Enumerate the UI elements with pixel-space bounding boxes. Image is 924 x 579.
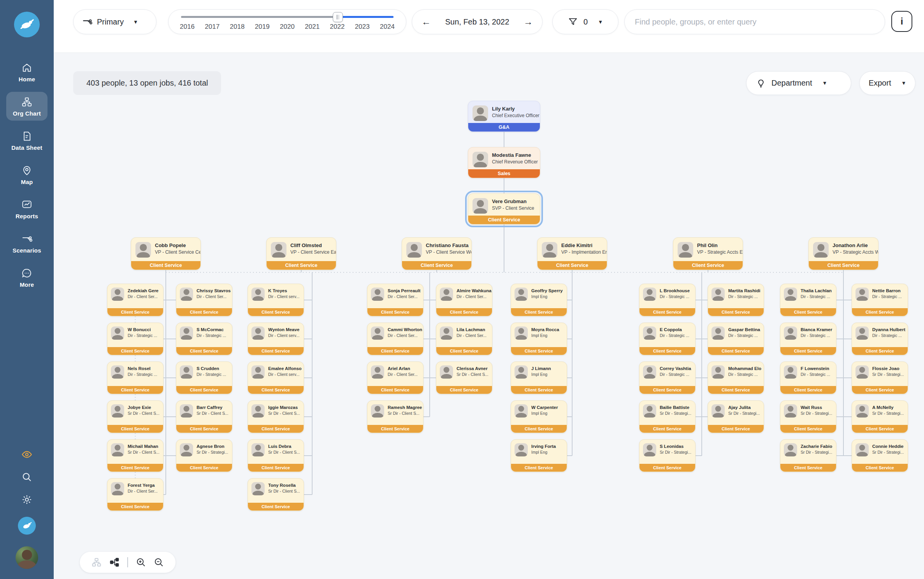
org-node-card[interactable]: S CruddenDir - Strategic ...Client Servi… <box>176 361 232 394</box>
org-node-card[interactable]: Ajay JulitaSr Dir - Strategi...Client Se… <box>708 400 764 433</box>
org-node-card[interactable]: Correy VashtiaDir - Strategic ...Client … <box>639 361 696 394</box>
org-node-body: Barr CaffreySr Dir - Client S... <box>176 401 232 425</box>
org-node-body: Wait RussSr Dir - Strategi... <box>780 401 836 425</box>
sidebar-item-reports[interactable]: Reports <box>6 195 47 223</box>
sidebar-item-org-chart[interactable]: Org Chart <box>6 92 47 121</box>
person-avatar <box>784 443 797 456</box>
org-node-card[interactable]: Thalia LachlanDir - Strategic ...Client … <box>780 284 836 316</box>
org-node-card[interactable]: Lila LachmanDir - Client Ser...Client Se… <box>436 323 492 355</box>
sidebar-item-home[interactable]: Home <box>6 58 47 86</box>
org-node-card[interactable]: Wynton MeaveDir - Client serv...Client S… <box>248 323 304 355</box>
info-button[interactable]: i <box>891 11 912 32</box>
filter-dropdown[interactable]: 0 ▼ <box>552 9 618 34</box>
org-node-card[interactable]: Flossie JoaoSr Dir - Strategi...Client S… <box>852 361 908 394</box>
org-node-card[interactable]: A McNellySr Dir - Strategi...Client Serv… <box>852 400 908 433</box>
org-node-card[interactable]: E CoppolaDir - Strategic ...Client Servi… <box>639 323 696 355</box>
zoom-out-icon[interactable] <box>154 557 164 567</box>
org-node-card[interactable]: Almire WahkunaDir - Client Ser...Client … <box>436 284 492 316</box>
org-node-card[interactable]: Jonathon ArlieVP - Strategic Accts WestC… <box>808 237 878 270</box>
org-node-card[interactable]: Forest YergaDir - Client Ser...Client Se… <box>107 478 163 511</box>
sidebar-item-more[interactable]: More <box>6 263 47 292</box>
org-node-card[interactable]: Iggie MarozasSr Dir - Client S...Client … <box>248 400 304 433</box>
org-node-body: Irving FortaImpl Eng <box>511 440 567 464</box>
org-node-card[interactable]: Moyra RoccaImpl EngClient Service <box>511 323 567 355</box>
org-node-card[interactable]: Clerissa AvnerSr Dir - Client S...Client… <box>436 361 492 394</box>
person-name: Chrissy Stavros <box>197 288 231 294</box>
eye-icon[interactable] <box>21 449 32 460</box>
org-node-card[interactable]: Christiano FaustaVP - Client Service Wes… <box>402 237 472 270</box>
search-input[interactable] <box>635 18 875 26</box>
org-chart-canvas[interactable]: 403 people, 13 open jobs, 416 total Depa… <box>54 53 924 579</box>
person-title: Dir - Client Ser... <box>128 294 158 299</box>
user-avatar[interactable] <box>16 546 38 569</box>
group-by-dropdown[interactable]: Department ▼ <box>746 71 851 95</box>
org-node-card[interactable]: Phil OlinVP - Strategic Accts EastClient… <box>673 237 743 270</box>
org-node-card[interactable]: Tony RosellaSr Dir - Client S...Client S… <box>248 478 304 511</box>
org-node-card[interactable]: J LimannImpl EngClient Service <box>511 361 567 394</box>
org-node-card[interactable]: Eddie KimitriVP - Implmentation EngClien… <box>537 237 607 270</box>
view-selector-dropdown[interactable]: Primary ▼ <box>73 9 156 34</box>
person-name: S Leonidas <box>660 443 691 449</box>
org-node-card[interactable]: Agnese BronSr Dir - Strategi...Client Se… <box>176 439 232 472</box>
org-node-card[interactable]: Bianca KramerDir - Strategic ...Client S… <box>780 323 836 355</box>
timeline-track-future[interactable] <box>337 16 393 18</box>
department-banner: Client Service <box>367 308 423 316</box>
org-node-card[interactable]: Gaspar BettinaDir - Strategic ...Client … <box>708 323 764 355</box>
org-node-card[interactable]: Vere GrubmanSVP - Client ServiceClient S… <box>468 193 540 225</box>
next-date-arrow-icon[interactable]: → <box>523 17 533 26</box>
horizontal-tree-layout-icon[interactable] <box>109 557 119 567</box>
person-name: J Limann <box>531 365 551 372</box>
timeline-handle[interactable] <box>333 12 343 22</box>
org-node-card[interactable]: Modestia FawneChief Revenue OfficerSales <box>468 147 540 178</box>
org-node-card[interactable]: Ariel ArlanDir - Client Ser...Client Ser… <box>367 361 423 394</box>
org-node-card[interactable]: W CarpenterImpl EngClient Service <box>511 400 567 433</box>
org-node-card[interactable]: Martita RashidiDir - Strategic ...Client… <box>708 284 764 316</box>
org-node-card[interactable]: S McCormacDir - Strategic ...Client Serv… <box>176 323 232 355</box>
org-node-card[interactable]: W BonucciDir - Strategic ...Client Servi… <box>107 323 163 355</box>
org-node-card[interactable]: S LeonidasSr Dir - Strategi...Client Ser… <box>639 439 696 472</box>
org-node-card[interactable]: Chrissy StavrosDir - Client Ser...Client… <box>176 284 232 316</box>
org-node-card[interactable]: Mohammad EloDir - Strategic ...Client Se… <box>708 361 764 394</box>
org-node-card[interactable]: K TroyesDir - Client serv...Client Servi… <box>248 284 304 316</box>
org-node-card[interactable]: Zedekiah GereDir - Client Ser...Client S… <box>107 284 163 316</box>
org-node-card[interactable]: Geoffry SperryImpl EngClient Service <box>511 284 567 316</box>
org-node-card[interactable]: Nettie BarronDir - Strategic ...Client S… <box>852 284 908 316</box>
department-banner: G&A <box>468 123 540 132</box>
org-node-card[interactable]: Lily KarlyChief Executive OfficerG&A <box>468 101 540 132</box>
sidebar-item-data-sheet[interactable]: Data Sheet <box>6 126 47 155</box>
sidebar-item-map[interactable]: Map <box>6 160 47 189</box>
search-icon[interactable] <box>21 472 32 482</box>
org-node-card[interactable]: L BrookhouseDir - Strategic ...Client Se… <box>639 284 696 316</box>
sidebar-item-scenarios[interactable]: Scenarios <box>6 229 47 258</box>
org-node-card[interactable]: Jobye ExieSr Dir - Client S...Client Ser… <box>107 400 163 433</box>
settings-gear-icon[interactable] <box>21 494 32 505</box>
person-name: Ramesh Magree <box>388 404 422 411</box>
org-node-body: Ajay JulitaSr Dir - Strategi... <box>708 401 764 425</box>
org-node-card[interactable]: Sonja PerreaultDir - Client Ser...Client… <box>367 284 423 316</box>
charthop-logo[interactable] <box>14 12 40 37</box>
org-node-card[interactable]: F LowensteinDir - Strategic ...Client Se… <box>780 361 836 394</box>
org-node-card[interactable]: Irving FortaImpl EngClient Service <box>511 439 567 472</box>
org-node-card[interactable]: Cliff OlmstedVP - Client Service EastCli… <box>266 237 336 270</box>
org-node-card[interactable]: Connie HeddieSr Dir - Strategi...Client … <box>852 439 908 472</box>
vertical-tree-layout-icon[interactable] <box>91 557 102 567</box>
prev-date-arrow-icon[interactable]: ← <box>422 17 431 26</box>
org-node-card[interactable]: Emalee AlfonsoDir - Client serv...Client… <box>248 361 304 394</box>
org-node-card[interactable]: Michail MahanSr Dir - Client S...Client … <box>107 439 163 472</box>
org-node-card[interactable]: Ramesh MagreeSr Dir - Client S...Client … <box>367 400 423 433</box>
export-button[interactable]: Export ▼ <box>859 71 915 95</box>
current-date-label: Sun, Feb 13, 2022 <box>445 18 509 26</box>
org-node-card[interactable]: Dyanna HulbertDir - Strategic ...Client … <box>852 323 908 355</box>
zoom-in-icon[interactable] <box>136 557 146 567</box>
org-node-card[interactable]: Zacharie FabioSr Dir - Strategi...Client… <box>780 439 836 472</box>
org-node-card[interactable]: Cobb PopeleVP - Client Service Cen...Cli… <box>131 237 201 270</box>
org-node-card[interactable]: Wait RussSr Dir - Strategi...Client Serv… <box>780 400 836 433</box>
org-node-body: W CarpenterImpl Eng <box>511 401 567 425</box>
org-node-card[interactable]: Luis DebraSr Dir - Client S...Client Ser… <box>248 439 304 472</box>
org-node-card[interactable]: Cammi WhortonDir - Client Ser...Client S… <box>367 323 423 355</box>
charthop-logo-small[interactable] <box>18 517 36 535</box>
org-node-card[interactable]: Nels RoselDir - Strategic ...Client Serv… <box>107 361 163 394</box>
person-title: Sr Dir - Client S... <box>388 411 422 416</box>
org-node-card[interactable]: Bailie BattisteSr Dir - Strategi...Clien… <box>639 400 696 433</box>
org-node-card[interactable]: Barr CaffreySr Dir - Client S...Client S… <box>176 400 232 433</box>
